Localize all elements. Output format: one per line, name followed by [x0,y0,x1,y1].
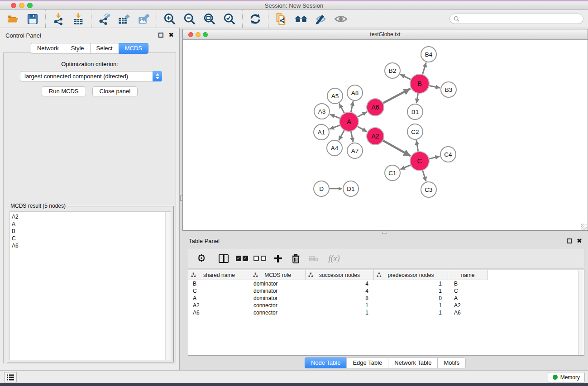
table-cell[interactable]: A [448,295,488,302]
import-table-button[interactable] [72,12,85,26]
table-scrollbar[interactable] [578,270,584,355]
search-field[interactable] [449,14,583,24]
graph-edge-A-A6[interactable] [357,112,367,117]
table-cell[interactable]: 4 [306,287,374,295]
result-scrollbar[interactable] [165,212,171,360]
graph-edge-A-A2[interactable] [357,126,367,132]
hide-graphics-button[interactable] [314,12,328,26]
zoom-fit-button[interactable] [203,12,216,26]
graph-node-B4[interactable]: B4 [421,47,436,62]
table-row[interactable]: A6connector11A6 [188,309,578,316]
graph-node-D[interactable]: D [314,181,329,196]
table-cell[interactable]: A6 [188,309,250,316]
function-builder-button[interactable]: f(x) [322,252,346,265]
import-network-button[interactable] [52,12,65,26]
graph-edge-B-B4[interactable] [422,62,426,75]
graph-node-A8[interactable]: A8 [347,85,363,100]
close-panel-icon[interactable]: ✖ [168,32,174,38]
table-cell[interactable]: connector [250,302,306,309]
tab-mcds[interactable]: MCDS [119,43,148,54]
table-cell[interactable]: 1 [374,287,448,295]
table-cell[interactable]: B [188,280,250,287]
graph-node-B[interactable]: B [410,74,429,93]
graph-node-A7[interactable]: A7 [347,143,363,158]
network-close-button[interactable] [188,32,193,37]
table-row[interactable]: Bdominator41B [188,280,578,287]
refresh-button[interactable] [249,12,262,26]
network-minimize-button[interactable] [196,32,201,37]
graph-edge-A-A4[interactable] [339,130,344,141]
graph-edge-A-A7[interactable] [351,131,353,143]
export-image-button[interactable] [137,12,151,26]
result-item[interactable]: B [10,228,171,235]
graph-edge-A-A1[interactable] [330,125,341,129]
graph-node-D1[interactable]: D1 [343,181,359,196]
show-graphics-button[interactable] [334,12,348,26]
deselect-all-button[interactable] [251,252,269,265]
graph-node-A[interactable]: A [339,112,359,131]
graph-edge-A-A5[interactable] [339,104,344,114]
tab-node-table[interactable]: Node Table [305,357,347,368]
graph-node-B1[interactable]: B1 [407,104,423,119]
table-cell[interactable]: 1 [374,302,448,309]
table-row[interactable]: Adominator80A [188,295,578,302]
close-panel-button[interactable]: Close panel [92,86,138,96]
tab-network[interactable]: Network [31,43,65,54]
close-table-panel-icon[interactable]: ✖ [577,238,582,243]
table-cell[interactable]: B [448,280,488,287]
overview-houses-button[interactable] [294,12,308,26]
graph-node-A3[interactable]: A3 [314,104,330,119]
export-table-button[interactable] [117,12,131,26]
table-cell[interactable]: A [188,295,250,302]
clone-network-button[interactable] [274,12,288,26]
graph-edge-C-C2[interactable] [416,140,418,152]
column-header-name[interactable]: name [448,270,488,280]
float-table-panel-icon[interactable] [567,238,572,243]
column-header-predecessor-nodes[interactable]: predecessor nodes [374,270,448,280]
graph-node-C4[interactable]: C4 [440,147,456,162]
result-item[interactable]: C [10,235,171,242]
delete-column-button[interactable] [287,252,304,265]
split-columns-button[interactable] [215,252,233,265]
table-cell[interactable]: A6 [448,309,488,316]
zoom-selected-button[interactable] [223,12,236,26]
graph-node-C1[interactable]: C1 [385,165,400,181]
result-item[interactable]: A [10,220,171,228]
graph-node-A2[interactable]: A2 [367,128,384,145]
graph-node-C[interactable]: C [410,152,429,171]
table-cell[interactable]: dominator [250,287,306,295]
graph-node-B2[interactable]: B2 [385,63,400,78]
table-cell[interactable]: A2 [188,302,250,309]
network-zoom-button[interactable] [203,32,208,37]
graph-edge-B-B1[interactable] [416,93,418,104]
graph-edge-A2-C[interactable] [382,140,411,156]
table-row[interactable]: A2connector11A2 [188,302,578,309]
graph-node-A5[interactable]: A5 [327,88,343,104]
table-cell[interactable]: 1 [374,309,448,316]
tab-edge-table[interactable]: Edge Table [346,357,388,368]
table-cell[interactable]: 8 [306,295,374,302]
table-cell[interactable]: dominator [250,280,306,287]
graph-node-A1[interactable]: A1 [314,124,329,140]
result-item[interactable]: A2 [10,212,171,220]
graph-edge-B-B2[interactable] [400,74,411,80]
table-cell[interactable]: 0 [374,295,448,302]
column-header-shared-name[interactable]: shared name [188,270,250,280]
graph-node-C2[interactable]: C2 [407,124,423,139]
table-cell[interactable]: dominator [250,295,306,302]
network-canvas[interactable]: B4B2BB3A8A5A6A3B1AA1C2A2A4A7C4CC1DD1C3 [183,40,588,230]
graph-edge-C-C4[interactable] [429,156,440,159]
graph-edge-A-A3[interactable] [330,114,341,119]
table-row[interactable]: Cdominator41C [188,287,578,295]
column-header-MCDS-role[interactable]: MCDS role [250,270,306,280]
graph-edge-C-C3[interactable] [422,170,426,181]
result-item[interactable]: A6 [10,242,171,249]
table-cell[interactable]: 1 [306,309,374,316]
run-mcds-button[interactable]: Run MCDS [42,86,86,96]
zoom-out-button[interactable] [183,12,196,26]
graph-edge-C-C1[interactable] [400,165,411,169]
memory-button[interactable]: Memory [548,372,585,382]
table-cell[interactable]: 1 [306,302,374,309]
table-cell[interactable]: C [448,287,488,295]
graph-node-B3[interactable]: B3 [441,82,456,97]
